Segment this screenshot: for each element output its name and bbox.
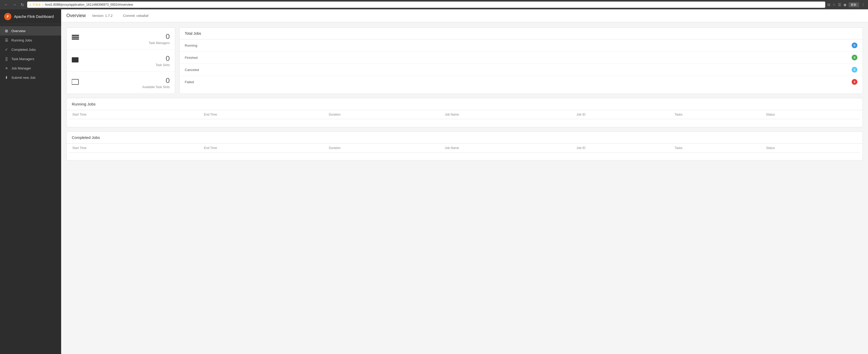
star-icon: ☆	[833, 3, 836, 7]
sidebar-item-job-manager[interactable]: ≡ Job Manager	[0, 63, 61, 73]
browser-actions: ⊟ ☆ ☰ ◉ 更新· ⋮	[827, 2, 865, 7]
commit-info: Commit: ceba8af	[123, 14, 153, 18]
col-duration: Duration	[326, 144, 442, 153]
running-jobs-icon: ☰	[4, 38, 9, 42]
col-job-id: Job ID	[574, 110, 672, 119]
running-jobs-thead: Start Time End Time Duration Job Name Jo…	[69, 110, 860, 119]
running-jobs-table: Start Time End Time Duration Job Name Jo…	[69, 110, 860, 127]
col-tasks: Tasks	[671, 144, 763, 153]
sidebar-item-submit-new-job[interactable]: ⬇ Submit new Job	[0, 73, 61, 82]
sidebar-item-label: Overview	[11, 29, 25, 33]
col-job-name: Job Name	[442, 110, 574, 119]
col-end-time: End Time	[201, 144, 326, 153]
task-slots-stat: 0 Task Slots	[67, 50, 175, 72]
col-start-time: Start Time	[69, 110, 201, 119]
finished-label: Finished	[185, 56, 197, 60]
security-warning: ⚠ 不安全	[29, 3, 41, 7]
url-display: host1:8088/proxy/application_16114683969…	[45, 3, 133, 6]
available-slots-label: Available Task Slots	[142, 85, 170, 89]
flink-logo-icon: F	[4, 13, 11, 20]
sidebar-logo: F Apache Flink Dashboard	[0, 9, 61, 24]
running-jobs-title: Running Jobs	[67, 98, 863, 110]
version-info: Version: 1.7.2	[92, 14, 117, 18]
empty-row	[69, 152, 860, 160]
finished-status-row: Finished 0	[180, 52, 863, 64]
total-jobs-card: Total Jobs Running 0 Finished 0 Canceled…	[179, 27, 863, 94]
sidebar-nav: ⊞ Overview ☰ Running Jobs ✓ Completed Jo…	[0, 24, 61, 354]
menu-icon: ⋮	[861, 3, 865, 7]
svg-rect-0	[72, 35, 79, 36]
update-button[interactable]: 更新·	[848, 2, 859, 7]
running-badge: 0	[852, 42, 857, 48]
completed-jobs-title: Completed Jobs	[67, 131, 863, 144]
back-button[interactable]: ←	[3, 1, 9, 8]
sidebar-item-overview[interactable]: ⊞ Overview	[0, 26, 61, 35]
sidebar-item-label: Running Jobs	[11, 38, 32, 42]
sidebar-logo-text: Apache Flink Dashboard	[14, 14, 54, 19]
sidebar-item-label: Completed Jobs	[11, 48, 36, 52]
svg-rect-3	[72, 57, 79, 62]
col-job-id: Job ID	[574, 144, 672, 153]
canceled-status-row: Canceled 0	[180, 64, 863, 76]
forward-button[interactable]: →	[11, 1, 18, 8]
sidebar-item-task-managers[interactable]: ⣿ Task Managers	[0, 54, 61, 63]
completed-jobs-header-row: Start Time End Time Duration Job Name Jo…	[69, 144, 860, 153]
completed-jobs-table-wrapper: Start Time End Time Duration Job Name Jo…	[67, 144, 863, 160]
running-jobs-header-row: Start Time End Time Duration Job Name Jo…	[69, 110, 860, 119]
translate-icon: ⊟	[827, 3, 831, 7]
running-jobs-tbody	[69, 119, 860, 127]
job-manager-icon: ≡	[4, 66, 9, 70]
col-job-name: Job Name	[442, 144, 574, 153]
app-frame: F Apache Flink Dashboard ⊞ Overview ☰ Ru…	[0, 9, 868, 354]
main-content: 0 Task Managers 0	[61, 22, 868, 354]
completed-jobs-thead: Start Time End Time Duration Job Name Jo…	[69, 144, 860, 153]
app-header: Overview Version: 1.7.2 Commit: ceba8af	[61, 9, 868, 22]
stats-card: 0 Task Managers 0	[66, 27, 175, 94]
content-area: Overview Version: 1.7.2 Commit: ceba8af	[61, 9, 868, 354]
account-icon: ◉	[843, 3, 846, 7]
browser-chrome: ← → ↻ ⚠ 不安全 | host1:8088/proxy/applicati…	[0, 0, 868, 9]
completed-jobs-table: Start Time End Time Duration Job Name Jo…	[69, 144, 860, 160]
completed-jobs-icon: ✓	[4, 48, 9, 52]
col-duration: Duration	[326, 110, 442, 119]
task-managers-label: Task Managers	[149, 41, 170, 45]
available-slots-icon	[72, 78, 79, 87]
completed-jobs-section: Completed Jobs Start Time End Time Durat…	[66, 131, 863, 161]
running-jobs-section: Running Jobs Start Time End Time Duratio…	[66, 98, 863, 127]
completed-jobs-tbody	[69, 152, 860, 160]
address-bar[interactable]: ⚠ 不安全 | host1:8088/proxy/application_161…	[27, 2, 825, 8]
available-slots-value: 0	[142, 77, 170, 85]
submit-job-icon: ⬇	[4, 76, 9, 80]
sidebar-item-completed-jobs[interactable]: ✓ Completed Jobs	[0, 45, 61, 54]
task-slots-icon	[72, 56, 79, 65]
refresh-button[interactable]: ↻	[20, 1, 25, 8]
col-start-time: Start Time	[69, 144, 201, 153]
col-status: Status	[763, 144, 860, 153]
col-status: Status	[763, 110, 860, 119]
sidebar-item-label: Submit new Job	[11, 76, 35, 80]
task-managers-icon	[72, 35, 80, 42]
svg-rect-4	[72, 79, 79, 85]
canceled-label: Canceled	[185, 68, 199, 72]
available-slots-stat: 0 Available Task Slots	[67, 72, 175, 93]
task-slots-label: Task Slots	[155, 63, 170, 67]
overview-icon: ⊞	[4, 29, 9, 33]
svg-rect-2	[72, 38, 79, 40]
page-title: Overview	[66, 13, 86, 19]
task-managers-icon: ⣿	[4, 57, 9, 61]
task-managers-stat: 0 Task Managers	[67, 28, 175, 50]
sidebar-item-label: Job Manager	[11, 66, 31, 70]
sidebar-item-label: Task Managers	[11, 57, 34, 61]
col-end-time: End Time	[201, 110, 326, 119]
stats-row: 0 Task Managers 0	[66, 27, 863, 94]
failed-badge: 0	[852, 79, 857, 85]
sidebar-item-running-jobs[interactable]: ☰ Running Jobs	[0, 35, 61, 45]
col-tasks: Tasks	[671, 110, 763, 119]
app-container: F Apache Flink Dashboard ⊞ Overview ☰ Ru…	[0, 9, 868, 354]
svg-rect-1	[72, 36, 79, 38]
failed-status-row: Failed 0	[180, 76, 863, 88]
failed-label: Failed	[185, 80, 194, 84]
running-jobs-table-wrapper: Start Time End Time Duration Job Name Jo…	[67, 110, 863, 127]
canceled-badge: 0	[852, 67, 857, 72]
reading-icon: ☰	[838, 3, 841, 7]
